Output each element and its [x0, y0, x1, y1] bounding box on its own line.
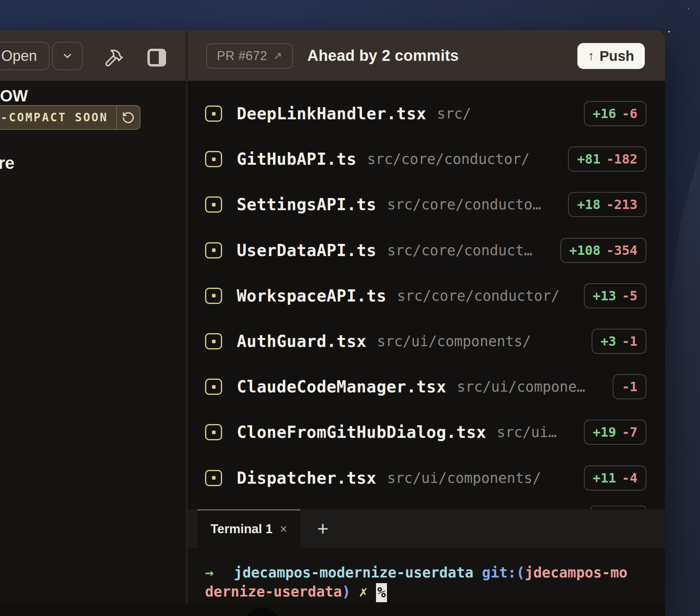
- file-name: AuthGuard.tsx: [237, 332, 367, 351]
- chevron-down-icon: [61, 50, 73, 62]
- toolbar: Open: [0, 30, 186, 81]
- file-path: src/core/conductor/: [367, 151, 529, 167]
- prompt-dirty-mark: ✗: [359, 584, 367, 600]
- diff-added: +108: [569, 243, 601, 258]
- diff-stats-badge: +13-5: [584, 283, 646, 308]
- panel-right-icon: [147, 48, 166, 67]
- diff-stats-badge: +81-182: [568, 146, 646, 172]
- build-hammer-button[interactable]: [102, 47, 125, 69]
- file-row[interactable]: AuthGuard.tsx src/ui/components/ +3-1: [188, 319, 665, 364]
- terminal-tabstrip: Terminal 1 × +: [188, 509, 665, 548]
- diff-added: +11: [593, 470, 616, 486]
- diff-stats-badge: +19-7: [584, 420, 646, 445]
- file-row[interactable]: ClaudeCodeManager.tsx src/ui/compone… -1: [188, 364, 665, 409]
- diff-stats-badge: -1: [613, 374, 646, 399]
- changed-files-list: DeepLinkHandler.tsx src/ +16-6 GitHubAPI…: [188, 81, 665, 509]
- diff-removed: -4: [622, 470, 637, 486]
- close-tab-icon[interactable]: ×: [280, 522, 287, 536]
- diff-added: +3: [601, 334, 616, 349]
- file-path: src/ui…: [497, 424, 557, 440]
- diff-stats-badge: +11-4: [584, 465, 646, 491]
- app-window: Open PR #672 ↗ Ahead by 2 commits ↑ Push: [0, 30, 665, 603]
- modified-file-icon: [205, 106, 222, 122]
- file-path: src/core/conductor/: [397, 288, 560, 304]
- modified-file-icon: [205, 470, 222, 486]
- file-name: DeepLinkHandler.tsx: [237, 104, 426, 123]
- modified-file-icon: [205, 196, 222, 213]
- diff-stats-badge: +108-354: [560, 238, 646, 263]
- refresh-icon: [122, 111, 135, 124]
- diff-removed: -182: [606, 151, 637, 167]
- compact-refresh-button[interactable]: [117, 106, 140, 129]
- diff-added: +81: [577, 151, 601, 167]
- diff-added: +16: [593, 106, 616, 121]
- modified-file-icon: [205, 242, 222, 258]
- diff-removed: -1: [622, 334, 637, 349]
- below-window-strip: [0, 603, 665, 616]
- file-path: src/core/conducto…: [387, 196, 541, 213]
- new-terminal-button[interactable]: +: [300, 509, 345, 548]
- prompt-directory: jdecampos-modernize-userdata: [234, 564, 473, 581]
- push-button[interactable]: ↑ Push: [577, 43, 645, 69]
- diff-removed: -213: [606, 197, 637, 212]
- file-name: ClaudeCodeManager.tsx: [237, 377, 446, 396]
- file-path: src/ui/components/: [387, 470, 541, 486]
- open-button[interactable]: Open: [0, 42, 50, 70]
- diff-removed: -5: [622, 288, 637, 304]
- open-button-label: Open: [1, 47, 37, 65]
- sidebar-clipped-heading: OW: [0, 87, 28, 105]
- panel-divider: [186, 30, 188, 603]
- modified-file-icon: [205, 151, 222, 167]
- diff-stats-badge: +16-6: [584, 101, 646, 126]
- arrow-up-icon: ↑: [588, 49, 594, 63]
- file-row[interactable]: CloneFromGitHubDialog.tsx src/ui… +19-7: [188, 409, 665, 455]
- file-name: UserDataAPI.ts: [237, 241, 376, 260]
- file-row[interactable]: DeepLinkHandler.tsx src/ +16-6: [188, 91, 665, 136]
- prompt-branch-part1: jdecampos-mo: [525, 564, 627, 581]
- file-row[interactable]: GitHubAPI.ts src/core/conductor/ +81-182: [188, 136, 665, 182]
- file-row[interactable]: Dispatcher.tsx src/ui/components/ +11-4: [188, 455, 665, 501]
- auto-compact-badge[interactable]: O-COMPACT SOON: [0, 105, 140, 130]
- file-path: src/ui/compone…: [457, 379, 585, 395]
- diff-removed: -354: [606, 243, 637, 258]
- auto-compact-badge-label: O-COMPACT SOON: [0, 106, 116, 129]
- diff-added: +19: [593, 424, 616, 440]
- terminal-tab[interactable]: Terminal 1 ×: [197, 509, 300, 548]
- git-changes-panel: DeepLinkHandler.tsx src/ +16-6 GitHubAPI…: [188, 81, 665, 603]
- terminal-output[interactable]: →jdecampos-modernize-userdatagit:(jdecam…: [188, 548, 665, 603]
- plus-icon: +: [317, 517, 328, 540]
- sidebar: OW O-COMPACT SOON re: [0, 81, 186, 603]
- file-row[interactable]: SettingsAPI.ts src/core/conducto… +18-21…: [188, 182, 665, 227]
- diff-stats-badge: +3-1: [592, 329, 646, 354]
- file-name: CloneFromGitHubDialog.tsx: [237, 423, 486, 442]
- modified-file-icon: [205, 424, 222, 440]
- toggle-right-panel-button[interactable]: [146, 47, 167, 68]
- terminal-cursor: %: [376, 583, 387, 602]
- ahead-by-commits-title: Ahead by 2 commits: [307, 47, 459, 65]
- clipped-next-row-badge: [590, 506, 646, 509]
- push-button-label: Push: [599, 48, 634, 64]
- terminal-tab-label: Terminal 1: [211, 522, 273, 536]
- diff-added: +18: [577, 197, 601, 212]
- external-link-arrow-icon: ↗: [273, 50, 282, 62]
- diff-added: +13: [593, 288, 616, 304]
- file-name: SettingsAPI.ts: [237, 195, 376, 214]
- file-row[interactable]: WorkspaceAPI.ts src/core/conductor/ +13-…: [188, 273, 665, 319]
- modified-file-icon: [205, 379, 222, 395]
- wallpaper-star: [688, 8, 689, 9]
- diff-stats-badge: +18-213: [568, 192, 646, 217]
- file-name: GitHubAPI.ts: [237, 150, 356, 168]
- prompt-branch-part2: dernize-userdata: [205, 584, 342, 600]
- file-path: src/ui/components/: [377, 333, 531, 349]
- hammer-icon: [104, 48, 124, 68]
- modified-file-icon: [205, 333, 222, 349]
- git-panel-header: PR #672 ↗ Ahead by 2 commits ↑ Push: [188, 30, 665, 81]
- diff-removed: -7: [622, 424, 637, 440]
- prompt-git-open: git:(: [482, 564, 525, 581]
- file-path: src/core/conduct…: [387, 242, 532, 258]
- file-row[interactable]: UserDataAPI.ts src/core/conduct… +108-35…: [188, 228, 665, 273]
- pr-number-label: PR #672: [217, 49, 267, 63]
- open-dropdown-button[interactable]: [52, 42, 83, 70]
- terminal-prompt-line-2: dernize-userdata)✗%: [205, 582, 665, 601]
- pr-link-badge[interactable]: PR #672 ↗: [206, 43, 293, 69]
